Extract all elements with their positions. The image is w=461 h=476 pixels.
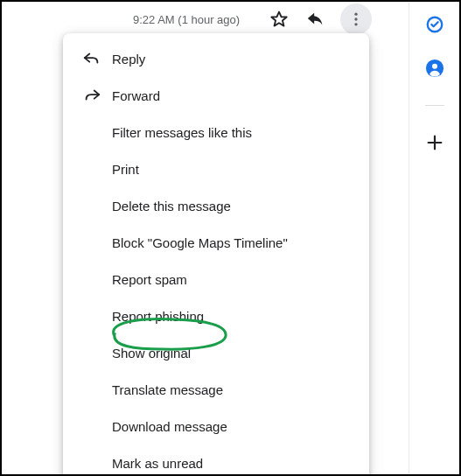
- menu-label: Report spam: [82, 272, 187, 287]
- reply-icon[interactable]: [304, 7, 328, 32]
- tasks-icon[interactable]: [424, 14, 445, 35]
- menu-item-download[interactable]: Download message: [63, 408, 369, 444]
- menu-label: Translate message: [82, 382, 223, 397]
- panel-divider: [425, 105, 444, 106]
- more-options-button[interactable]: [340, 4, 372, 35]
- menu-label: Reply: [107, 52, 145, 66]
- message-overflow-menu: Reply Forward Filter messages like this …: [63, 33, 369, 476]
- menu-label: Report phishing: [82, 309, 204, 324]
- timestamp: 9:22 AM (1 hour ago): [133, 13, 240, 26]
- menu-item-show-original[interactable]: Show original: [63, 334, 369, 371]
- menu-item-translate[interactable]: Translate message: [63, 371, 369, 408]
- reply-icon: [82, 49, 107, 68]
- menu-label: Forward: [107, 88, 160, 103]
- menu-label: Show original: [82, 346, 191, 360]
- menu-item-delete[interactable]: Delete this message: [63, 187, 369, 224]
- svg-marker-0: [271, 12, 286, 26]
- menu-label: Block "Google Maps Timeline": [82, 235, 288, 250]
- forward-icon: [82, 86, 107, 105]
- menu-item-block[interactable]: Block "Google Maps Timeline": [63, 224, 369, 261]
- svg-point-2: [354, 18, 357, 20]
- menu-label: Download message: [82, 419, 227, 434]
- menu-item-report-spam[interactable]: Report spam: [63, 261, 369, 298]
- svg-point-1: [354, 13, 357, 16]
- menu-label: Delete this message: [82, 199, 231, 214]
- svg-point-3: [354, 23, 357, 25]
- message-header: 9:22 AM (1 hour ago): [2, 5, 459, 33]
- menu-item-reply[interactable]: Reply: [63, 40, 369, 77]
- menu-item-report-phishing[interactable]: Report phishing: [63, 298, 369, 334]
- side-panel: [409, 2, 459, 474]
- svg-point-6: [431, 64, 437, 69]
- contacts-icon[interactable]: [424, 58, 445, 79]
- star-icon[interactable]: [267, 7, 291, 32]
- menu-item-print[interactable]: Print: [63, 150, 369, 187]
- add-icon[interactable]: [424, 132, 445, 153]
- menu-label: Print: [82, 162, 139, 177]
- menu-item-forward[interactable]: Forward: [63, 77, 369, 114]
- menu-item-mark-unread[interactable]: Mark as unread: [63, 444, 369, 476]
- menu-label: Mark as unread: [82, 456, 203, 471]
- menu-item-filter[interactable]: Filter messages like this: [63, 114, 369, 150]
- menu-label: Filter messages like this: [82, 125, 252, 140]
